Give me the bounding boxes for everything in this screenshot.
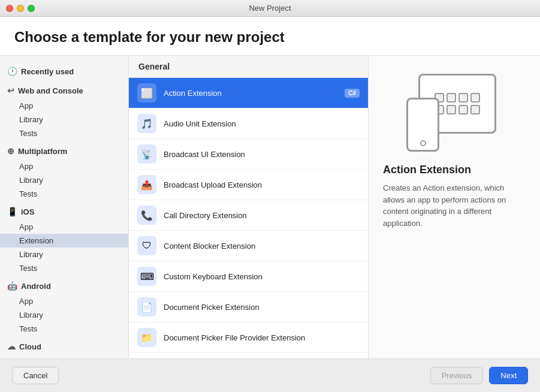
template-icon-audio-unit-extension: 🎵	[137, 114, 156, 133]
page-heading: Choose a template for your new project	[0, 17, 540, 56]
body-area: 🕐 Recently used ↩ Web and Console App Li…	[0, 56, 540, 358]
template-badge-action-extension: C#	[345, 89, 360, 98]
cancel-button[interactable]: Cancel	[12, 367, 59, 384]
sidebar-section-header-recently-used[interactable]: 🕐 Recently used	[0, 63, 128, 80]
template-item-document-picker-extension[interactable]: 📄Document Picker Extension	[129, 292, 368, 322]
sidebar-section-header-ios[interactable]: 📱 iOS	[0, 203, 128, 220]
sidebar-section-recently-used: 🕐 Recently used	[0, 63, 128, 80]
tablet-cell	[458, 93, 468, 102]
template-name-content-blocker-extension: Content Blocker Extension	[164, 242, 360, 251]
sidebar-item-ios-tests[interactable]: Tests	[0, 261, 128, 275]
preview-title: Action Extension	[383, 164, 471, 176]
sidebar-section-label-android: Android	[21, 282, 51, 291]
tablet-cell	[447, 105, 456, 114]
cloud-icon: ☁	[7, 342, 16, 351]
device-preview	[400, 74, 508, 152]
template-item-broadcast-upload-extension[interactable]: 📤Broadcast Upload Extension	[129, 170, 368, 200]
template-name-document-picker-file-provider-extension: Document Picker File Provider Extension	[164, 333, 360, 342]
sidebar-item-ios-library[interactable]: Library	[0, 248, 128, 261]
sidebar-item-android-library[interactable]: Library	[0, 308, 128, 322]
sidebar-section-label-web-console: Web and Console	[18, 86, 83, 95]
template-name-broadcast-upload-extension: Broadcast Upload Extension	[164, 180, 360, 189]
sidebar-item-ios-app[interactable]: App	[0, 220, 128, 234]
phone-icon	[406, 98, 439, 152]
sidebar-item-android-tests[interactable]: Tests	[0, 322, 128, 336]
ios-icon: 📱	[7, 207, 17, 216]
sidebar-item-web-library[interactable]: Library	[0, 113, 128, 126]
template-icon-content-blocker-extension: 🛡	[137, 236, 156, 255]
middle-panel-header: General	[129, 56, 368, 78]
template-name-call-directory-extension: Call Directory Extension	[164, 211, 360, 220]
template-item-imessage-extension[interactable]: 💬iMessage Extension	[129, 353, 368, 358]
template-item-content-blocker-extension[interactable]: 🛡Content Blocker Extension	[129, 231, 368, 261]
sidebar-item-web-app[interactable]: App	[0, 99, 128, 113]
template-item-audio-unit-extension[interactable]: 🎵Audio Unit Extension	[129, 108, 368, 139]
sidebar-section-label-recently-used: Recently used	[21, 67, 74, 76]
middle-panel: General ⬜Action ExtensionC#🎵Audio Unit E…	[129, 56, 369, 358]
preview-description: Creates an Action extension, which allow…	[383, 182, 526, 229]
main-content: Choose a template for your new project 🕐…	[0, 17, 540, 392]
sidebar-section-header-multiplatform[interactable]: ⊕ Multiplatform	[0, 143, 128, 159]
sidebar-section-label-ios: iOS	[21, 207, 34, 216]
maximize-button[interactable]	[28, 5, 35, 12]
sidebar-item-multi-app[interactable]: App	[0, 159, 128, 173]
footer: Cancel Previous Next	[0, 358, 540, 392]
template-name-document-picker-extension: Document Picker Extension	[164, 303, 360, 312]
template-item-action-extension[interactable]: ⬜Action ExtensionC#	[129, 78, 368, 108]
template-name-custom-keyboard-extension: Custom Keyboard Extension	[164, 272, 360, 281]
right-panel: Action Extension Creates an Action exten…	[369, 56, 540, 358]
close-button[interactable]	[6, 5, 13, 12]
sidebar-section-ios: 📱 iOS App Extension Library Tests	[0, 203, 128, 275]
tablet-cell	[447, 93, 456, 102]
sidebar-section-header-cloud[interactable]: ☁ Cloud	[0, 338, 128, 355]
tablet-cell	[470, 93, 480, 102]
window-controls	[6, 5, 35, 12]
template-list: ⬜Action ExtensionC#🎵Audio Unit Extension…	[129, 78, 368, 358]
template-name-audio-unit-extension: Audio Unit Extension	[164, 119, 360, 128]
sidebar-section-multiplatform: ⊕ Multiplatform App Library Tests	[0, 143, 128, 201]
web-icon: ↩	[7, 86, 14, 95]
tablet-cell	[470, 105, 480, 114]
sidebar-item-multi-tests[interactable]: Tests	[0, 187, 128, 201]
sidebar-item-multi-library[interactable]: Library	[0, 173, 128, 187]
tablet-cell	[458, 105, 468, 114]
template-icon-document-picker-file-provider-extension: 📁	[137, 328, 156, 347]
sidebar-section-header-web-console[interactable]: ↩ Web and Console	[0, 82, 128, 99]
template-icon-custom-keyboard-extension: ⌨	[137, 267, 156, 286]
template-icon-broadcast-upload-extension: 📤	[137, 175, 156, 194]
clock-icon: 🕐	[7, 67, 17, 76]
title-bar: New Project	[0, 0, 540, 17]
sidebar-section-label-cloud: Cloud	[19, 342, 41, 351]
sidebar-section-cloud: ☁ Cloud General	[0, 338, 128, 358]
sidebar-section-android: 🤖 Android App Library Tests	[0, 278, 128, 336]
phone-home-button	[420, 140, 426, 146]
template-item-custom-keyboard-extension[interactable]: ⌨Custom Keyboard Extension	[129, 261, 368, 292]
sidebar-item-web-tests[interactable]: Tests	[0, 126, 128, 140]
footer-right: Previous Next	[430, 367, 528, 384]
template-icon-call-directory-extension: 📞	[137, 206, 156, 225]
sidebar-section-header-android[interactable]: 🤖 Android	[0, 278, 128, 294]
previous-button[interactable]: Previous	[430, 367, 484, 384]
footer-left: Cancel	[12, 367, 59, 384]
minimize-button[interactable]	[17, 5, 24, 12]
sidebar-item-ios-extension[interactable]: Extension	[0, 234, 128, 248]
multiplatform-icon: ⊕	[7, 146, 14, 156]
page-title: Choose a template for your new project	[14, 29, 526, 46]
sidebar-item-android-app[interactable]: App	[0, 294, 128, 308]
sidebar-section-web-console: ↩ Web and Console App Library Tests	[0, 82, 128, 140]
sidebar: 🕐 Recently used ↩ Web and Console App Li…	[0, 56, 129, 358]
next-button[interactable]: Next	[489, 367, 528, 384]
template-icon-broadcast-ui-extension: 📡	[137, 144, 156, 164]
template-item-broadcast-ui-extension[interactable]: 📡Broadcast UI Extension	[129, 139, 368, 170]
template-item-call-directory-extension[interactable]: 📞Call Directory Extension	[129, 200, 368, 231]
window-title: New Project	[249, 4, 291, 13]
template-name-broadcast-ui-extension: Broadcast UI Extension	[164, 150, 360, 159]
android-icon: 🤖	[7, 281, 17, 291]
template-item-document-picker-file-provider-extension[interactable]: 📁Document Picker File Provider Extension	[129, 322, 368, 353]
template-icon-document-picker-extension: 📄	[137, 297, 156, 316]
preview-area: Action Extension Creates an Action exten…	[383, 74, 526, 229]
template-icon-action-extension: ⬜	[137, 83, 156, 102]
template-name-action-extension: Action Extension	[164, 89, 337, 98]
sidebar-section-label-multiplatform: Multiplatform	[18, 147, 67, 156]
